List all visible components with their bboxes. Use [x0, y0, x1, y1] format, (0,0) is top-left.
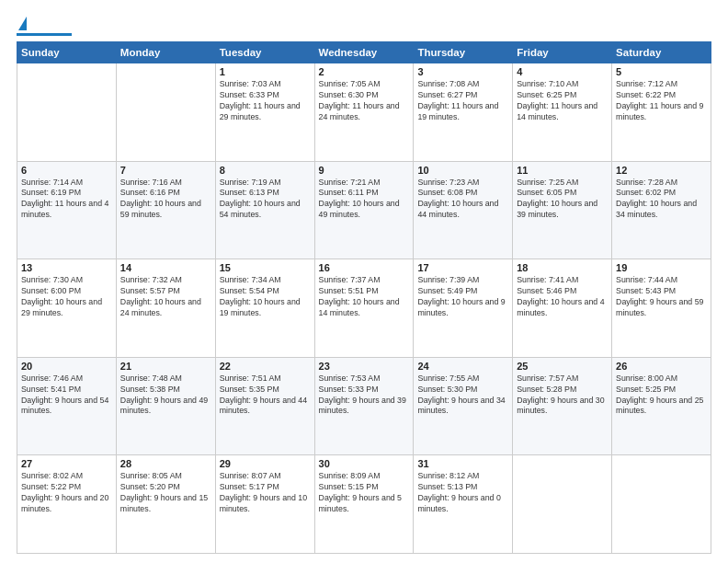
day-info: Sunrise: 7:32 AMSunset: 5:57 PMDaylight:…	[120, 275, 201, 317]
day-cell: 26Sunrise: 8:00 AMSunset: 5:25 PMDayligh…	[612, 357, 711, 455]
col-sunday: Sunday	[17, 42, 117, 63]
day-cell: 13Sunrise: 7:30 AMSunset: 6:00 PMDayligh…	[17, 259, 117, 358]
day-number: 16	[319, 262, 410, 273]
day-number: 7	[120, 165, 211, 176]
day-number: 3	[417, 66, 508, 77]
day-cell	[116, 63, 215, 162]
day-info: Sunrise: 7:21 AMSunset: 6:11 PMDaylight:…	[319, 178, 400, 220]
day-cell: 30Sunrise: 8:09 AMSunset: 5:15 PMDayligh…	[314, 455, 414, 554]
day-info: Sunrise: 7:57 AMSunset: 5:28 PMDaylight:…	[517, 373, 604, 416]
header	[17, 17, 711, 32]
day-number: 26	[616, 361, 707, 372]
day-cell: 24Sunrise: 7:55 AMSunset: 5:30 PMDayligh…	[414, 357, 513, 455]
day-info: Sunrise: 7:46 AMSunset: 5:41 PMDaylight:…	[21, 373, 108, 416]
day-number: 25	[517, 361, 608, 372]
day-info: Sunrise: 7:10 AMSunset: 6:25 PMDaylight:…	[517, 79, 597, 121]
day-cell: 6Sunrise: 7:14 AMSunset: 6:19 PMDaylight…	[17, 161, 117, 259]
day-cell: 10Sunrise: 7:23 AMSunset: 6:08 PMDayligh…	[414, 161, 513, 259]
day-cell: 27Sunrise: 8:02 AMSunset: 5:22 PMDayligh…	[17, 455, 117, 554]
day-info: Sunrise: 7:53 AMSunset: 5:33 PMDaylight:…	[319, 373, 406, 416]
day-info: Sunrise: 7:55 AMSunset: 5:30 PMDaylight:…	[417, 373, 505, 416]
day-info: Sunrise: 7:05 AMSunset: 6:30 PMDaylight:…	[319, 79, 400, 121]
col-monday: Monday	[116, 42, 215, 63]
day-info: Sunrise: 7:12 AMSunset: 6:22 PMDaylight:…	[616, 79, 703, 121]
day-cell: 23Sunrise: 7:53 AMSunset: 5:33 PMDayligh…	[314, 357, 414, 455]
col-friday: Friday	[513, 42, 612, 63]
day-cell	[612, 455, 711, 554]
day-info: Sunrise: 8:02 AMSunset: 5:22 PMDaylight:…	[21, 471, 108, 513]
calendar-table: Sunday Monday Tuesday Wednesday Thursday…	[17, 41, 711, 554]
day-cell: 28Sunrise: 8:05 AMSunset: 5:20 PMDayligh…	[116, 455, 215, 554]
day-number: 5	[616, 66, 707, 77]
day-number: 14	[120, 262, 211, 273]
day-cell: 2Sunrise: 7:05 AMSunset: 6:30 PMDaylight…	[314, 63, 414, 162]
day-cell: 8Sunrise: 7:19 AMSunset: 6:13 PMDaylight…	[215, 161, 314, 259]
calendar-page: Sunday Monday Tuesday Wednesday Thursday…	[0, 0, 728, 563]
col-wednesday: Wednesday	[314, 42, 414, 63]
day-info: Sunrise: 7:03 AMSunset: 6:33 PMDaylight:…	[220, 79, 301, 121]
day-info: Sunrise: 7:51 AMSunset: 5:35 PMDaylight:…	[220, 373, 307, 416]
day-info: Sunrise: 7:37 AMSunset: 5:51 PMDaylight:…	[319, 275, 400, 317]
week-row-3: 13Sunrise: 7:30 AMSunset: 6:00 PMDayligh…	[17, 259, 711, 358]
day-info: Sunrise: 7:19 AMSunset: 6:13 PMDaylight:…	[220, 178, 301, 220]
day-info: Sunrise: 8:07 AMSunset: 5:17 PMDaylight:…	[220, 471, 307, 513]
day-number: 9	[319, 165, 410, 176]
day-number: 19	[616, 262, 707, 273]
day-cell: 5Sunrise: 7:12 AMSunset: 6:22 PMDaylight…	[612, 63, 711, 162]
day-number: 20	[21, 361, 112, 372]
day-info: Sunrise: 8:05 AMSunset: 5:20 PMDaylight:…	[120, 471, 208, 513]
day-info: Sunrise: 7:34 AMSunset: 5:54 PMDaylight:…	[220, 275, 301, 317]
day-info: Sunrise: 7:25 AMSunset: 6:05 PMDaylight:…	[517, 178, 597, 220]
day-number: 29	[220, 458, 311, 469]
day-cell: 21Sunrise: 7:48 AMSunset: 5:38 PMDayligh…	[116, 357, 215, 455]
day-cell: 1Sunrise: 7:03 AMSunset: 6:33 PMDaylight…	[215, 63, 314, 162]
day-cell: 25Sunrise: 7:57 AMSunset: 5:28 PMDayligh…	[513, 357, 612, 455]
day-cell: 7Sunrise: 7:16 AMSunset: 6:16 PMDaylight…	[116, 161, 215, 259]
day-number: 31	[417, 458, 508, 469]
col-saturday: Saturday	[612, 42, 711, 63]
day-cell: 16Sunrise: 7:37 AMSunset: 5:51 PMDayligh…	[314, 259, 414, 358]
week-row-1: 1Sunrise: 7:03 AMSunset: 6:33 PMDaylight…	[17, 63, 711, 162]
day-cell: 12Sunrise: 7:28 AMSunset: 6:02 PMDayligh…	[612, 161, 711, 259]
day-number: 28	[120, 458, 211, 469]
day-info: Sunrise: 7:30 AMSunset: 6:00 PMDaylight:…	[21, 275, 102, 317]
day-cell: 22Sunrise: 7:51 AMSunset: 5:35 PMDayligh…	[215, 357, 314, 455]
day-info: Sunrise: 7:14 AMSunset: 6:19 PMDaylight:…	[21, 178, 108, 220]
logo	[17, 17, 72, 32]
day-info: Sunrise: 7:23 AMSunset: 6:08 PMDaylight:…	[417, 178, 498, 220]
week-row-2: 6Sunrise: 7:14 AMSunset: 6:19 PMDaylight…	[17, 161, 711, 259]
day-number: 6	[21, 165, 112, 176]
day-number: 30	[319, 458, 410, 469]
day-number: 23	[319, 361, 410, 372]
day-number: 2	[319, 66, 410, 77]
day-info: Sunrise: 7:16 AMSunset: 6:16 PMDaylight:…	[120, 178, 201, 220]
day-info: Sunrise: 7:41 AMSunset: 5:46 PMDaylight:…	[517, 275, 604, 317]
col-thursday: Thursday	[414, 42, 513, 63]
day-info: Sunrise: 7:48 AMSunset: 5:38 PMDaylight:…	[120, 373, 208, 416]
day-info: Sunrise: 8:09 AMSunset: 5:15 PMDaylight:…	[319, 471, 402, 513]
day-number: 13	[21, 262, 112, 273]
day-cell	[17, 63, 117, 162]
day-info: Sunrise: 7:28 AMSunset: 6:02 PMDaylight:…	[616, 178, 697, 220]
day-number: 27	[21, 458, 112, 469]
day-cell: 4Sunrise: 7:10 AMSunset: 6:25 PMDaylight…	[513, 63, 612, 162]
day-cell: 9Sunrise: 7:21 AMSunset: 6:11 PMDaylight…	[314, 161, 414, 259]
day-number: 21	[120, 361, 211, 372]
day-cell: 20Sunrise: 7:46 AMSunset: 5:41 PMDayligh…	[17, 357, 117, 455]
weekday-header-row: Sunday Monday Tuesday Wednesday Thursday…	[17, 42, 711, 63]
day-cell: 15Sunrise: 7:34 AMSunset: 5:54 PMDayligh…	[215, 259, 314, 358]
day-cell: 17Sunrise: 7:39 AMSunset: 5:49 PMDayligh…	[414, 259, 513, 358]
week-row-5: 27Sunrise: 8:02 AMSunset: 5:22 PMDayligh…	[17, 455, 711, 554]
day-cell: 18Sunrise: 7:41 AMSunset: 5:46 PMDayligh…	[513, 259, 612, 358]
day-number: 22	[220, 361, 311, 372]
day-cell	[513, 455, 612, 554]
week-row-4: 20Sunrise: 7:46 AMSunset: 5:41 PMDayligh…	[17, 357, 711, 455]
day-number: 18	[517, 262, 608, 273]
day-number: 4	[517, 66, 608, 77]
day-cell: 29Sunrise: 8:07 AMSunset: 5:17 PMDayligh…	[215, 455, 314, 554]
day-cell: 31Sunrise: 8:12 AMSunset: 5:13 PMDayligh…	[414, 455, 513, 554]
day-number: 1	[220, 66, 311, 77]
day-info: Sunrise: 7:44 AMSunset: 5:43 PMDaylight:…	[616, 275, 703, 317]
day-number: 24	[417, 361, 508, 372]
day-cell: 14Sunrise: 7:32 AMSunset: 5:57 PMDayligh…	[116, 259, 215, 358]
